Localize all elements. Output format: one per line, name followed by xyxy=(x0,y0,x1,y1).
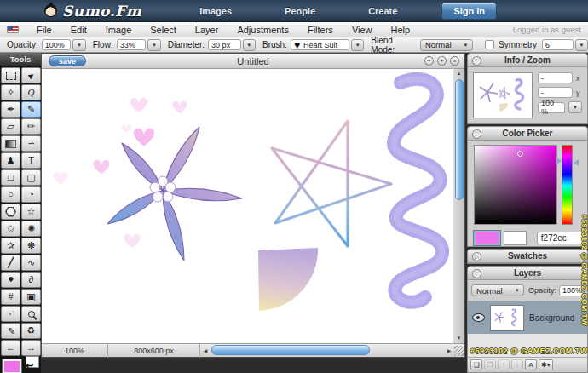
layer-settings-button[interactable]: ✱▾ xyxy=(539,359,553,370)
collapse-icon[interactable]: ♡ xyxy=(472,56,481,66)
tool-magic-wand[interactable]: ✧ xyxy=(1,84,20,100)
tool-crop[interactable]: # xyxy=(1,289,20,305)
tool-rounded-star[interactable]: ✩ xyxy=(1,221,20,237)
diameter-input[interactable]: 30 px xyxy=(208,39,241,50)
tool-gradient[interactable] xyxy=(1,135,20,152)
tool-sharpen[interactable]: ∂ xyxy=(21,272,41,288)
collapse-icon[interactable]: ♡ xyxy=(472,269,481,278)
foreground-color-swatch[interactable] xyxy=(3,359,21,373)
tool-eyedropper[interactable]: ✐ xyxy=(1,323,20,339)
zoom-level[interactable]: 100% xyxy=(42,344,108,358)
hue-slider-left-arrow[interactable] xyxy=(556,158,562,164)
symmetry-input[interactable]: 6 xyxy=(542,39,574,50)
tool-zoom[interactable] xyxy=(21,306,41,322)
expand-icon[interactable]: ▷ xyxy=(472,252,481,261)
minimize-button[interactable]: − xyxy=(424,56,434,66)
vertical-scroll-thumb[interactable] xyxy=(455,79,464,200)
resize-grip[interactable] xyxy=(454,346,464,356)
color-picker-header[interactable]: ♡ Color Picker xyxy=(468,127,587,141)
tool-brush[interactable]: ✎ xyxy=(21,101,41,118)
layer-effects-button[interactable]: A xyxy=(525,359,537,370)
brush-combo[interactable]: ♥ Heart Suit xyxy=(291,39,349,50)
menu-image[interactable]: Image xyxy=(96,25,141,35)
nav-item-people[interactable]: People xyxy=(285,6,315,16)
tool-blur[interactable]: ♠ xyxy=(1,272,20,288)
swatches-header[interactable]: ▷ Swatches xyxy=(468,250,587,263)
zoom-dropdown-button[interactable]: ▼ xyxy=(568,101,582,113)
layer-blend-mode-select[interactable]: Normal ▼ xyxy=(471,284,524,296)
scroll-left-arrow[interactable]: ◀ xyxy=(200,344,210,358)
tool-frame[interactable]: ▣ xyxy=(21,289,41,305)
menu-filters[interactable]: Filters xyxy=(298,25,343,35)
tool-curved-star[interactable]: ✰ xyxy=(1,238,20,254)
menu-edit[interactable]: Edit xyxy=(61,25,96,35)
menu-adjustments[interactable]: Adjustments xyxy=(228,25,298,35)
collapse-icon[interactable]: ♡ xyxy=(472,129,481,139)
menu-layer[interactable]: Layer xyxy=(186,25,228,35)
swap-colors-icon[interactable]: ↩ xyxy=(26,360,33,371)
close-button[interactable]: × xyxy=(450,56,459,66)
background-color-swatch[interactable] xyxy=(504,231,527,245)
diameter-dropdown-button[interactable]: ▼ xyxy=(243,39,256,51)
tool-symmetry-flower[interactable]: ❋ xyxy=(21,238,41,254)
symmetry-checkbox[interactable] xyxy=(485,40,494,49)
layer-row-background[interactable]: Background xyxy=(468,301,587,334)
new-layer-button[interactable]: ❏ xyxy=(470,359,482,370)
tool-move[interactable]: ► xyxy=(21,67,41,83)
foreground-color-swatch[interactable] xyxy=(474,231,500,245)
x-coordinate-input[interactable]: - xyxy=(538,72,573,83)
info-zoom-header[interactable]: ♡ Info / Zoom xyxy=(468,54,587,67)
saturation-brightness-square[interactable] xyxy=(474,145,557,225)
brush-dropdown-button[interactable]: ▼ xyxy=(351,39,364,51)
tool-polygon[interactable] xyxy=(1,204,20,220)
menu-help[interactable]: Help xyxy=(382,25,420,35)
tool-rectangle[interactable]: □ xyxy=(1,169,20,186)
menu-view[interactable]: View xyxy=(343,25,382,35)
tool-rounded-rectangle[interactable]: ▢ xyxy=(21,169,41,186)
tool-pen[interactable]: ✒ xyxy=(1,101,20,118)
maximize-button[interactable]: + xyxy=(437,56,447,66)
sign-in-button[interactable]: Sign in xyxy=(441,3,497,20)
tool-eraser[interactable]: ▱ xyxy=(1,118,20,135)
tool-lasso[interactable]: Q xyxy=(21,84,41,100)
tool-text[interactable]: T xyxy=(21,152,41,169)
flow-dropdown-button[interactable]: ▼ xyxy=(147,39,160,51)
tool-curve[interactable]: ∿ xyxy=(21,255,41,271)
tool-hand[interactable]: ☜ xyxy=(1,306,20,322)
tool-pie[interactable]: ◔ xyxy=(21,186,41,203)
opacity-input[interactable]: 100% xyxy=(42,39,72,50)
layer-opacity-input[interactable]: 100% xyxy=(559,285,585,296)
tool-line[interactable]: ╱ xyxy=(1,255,20,271)
scroll-down-arrow[interactable]: ▼ xyxy=(453,334,464,343)
tool-stamp[interactable]: ♟ xyxy=(1,152,20,169)
y-coordinate-input[interactable]: - xyxy=(538,87,573,98)
nav-item-images[interactable]: Images xyxy=(199,6,232,16)
save-button[interactable]: save xyxy=(49,55,86,66)
tool-gear-star[interactable]: ✺ xyxy=(21,221,41,237)
tool-next[interactable]: → xyxy=(21,340,41,356)
layers-header[interactable]: ♡ Layers xyxy=(468,267,587,280)
logo[interactable]: Sumo.Fm xyxy=(44,3,141,20)
menu-select[interactable]: Select xyxy=(141,25,186,35)
hex-color-input[interactable]: f272ec xyxy=(537,232,583,244)
flow-input[interactable]: 33% xyxy=(117,39,147,50)
nav-item-create[interactable]: Create xyxy=(368,6,397,16)
canvas-area[interactable] xyxy=(42,69,453,343)
layer-visibility-eye-icon[interactable] xyxy=(472,313,485,322)
scroll-right-arrow[interactable]: ▶ xyxy=(444,344,454,358)
canvas-titlebar[interactable]: save Untitled −+× xyxy=(42,54,464,69)
horizontal-scroll-thumb[interactable] xyxy=(211,345,370,355)
color-selector-circle[interactable] xyxy=(517,151,523,157)
menu-file[interactable]: File xyxy=(27,25,61,35)
vertical-scrollbar[interactable]: ▲ ▼ xyxy=(453,69,464,343)
tool-smudge[interactable]: ∽ xyxy=(21,135,41,152)
blend-mode-select[interactable]: Normal ▼ xyxy=(420,39,474,51)
opacity-dropdown-button[interactable]: ▼ xyxy=(72,39,85,51)
language-flag-icon[interactable] xyxy=(7,26,19,33)
tool-pencil[interactable]: ✏ xyxy=(21,118,41,135)
tool-rect-select[interactable] xyxy=(1,67,20,83)
tool-previous[interactable]: ← xyxy=(1,340,20,356)
scroll-up-arrow[interactable]: ▲ xyxy=(453,69,464,78)
horizontal-scrollbar[interactable]: ◀ ▶ xyxy=(200,344,464,358)
tool-ellipse[interactable]: ○ xyxy=(1,186,20,203)
